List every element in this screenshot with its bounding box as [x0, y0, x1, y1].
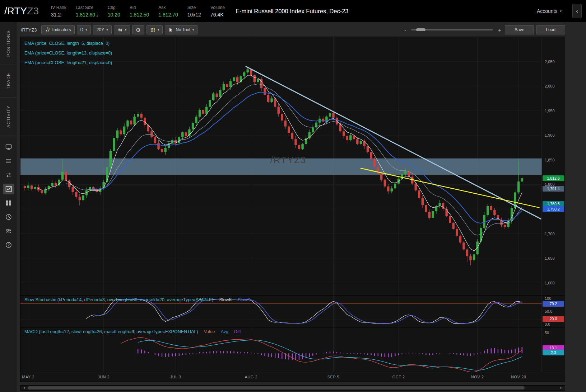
chg-value: 10.20: [108, 12, 120, 18]
scroll-right-icon[interactable]: ►: [559, 386, 564, 389]
chart-settings-button[interactable]: ⚙: [132, 25, 144, 34]
iv-rank-value: 31.2: [51, 12, 61, 18]
sidebar-item-watchlist[interactable]: [3, 156, 14, 166]
pattern-grid-icon: [150, 27, 155, 33]
chart-type-dropdown[interactable]: ▾: [114, 25, 130, 34]
zoom-slider[interactable]: [411, 29, 493, 30]
ask-value: 1,812.70: [158, 12, 178, 18]
svg-text:NOV 20: NOV 20: [511, 375, 526, 379]
sidebar-item-grid[interactable]: [3, 198, 14, 208]
ema21-study-label[interactable]: EMA (price=CLOSE, length=21, displace=0): [24, 58, 112, 68]
sidebar-item-history[interactable]: [3, 212, 14, 222]
iv-rank-label: IV Rank: [51, 5, 66, 10]
stochastic-study-labels: Slow Stochastic (kPeriod=14, dPeriod=3, …: [24, 297, 251, 302]
collapse-right-panel-button[interactable]: ‹: [572, 4, 582, 18]
svg-text:JUL 3: JUL 3: [170, 375, 181, 379]
sidebar-item-monitor[interactable]: [3, 142, 14, 152]
chevron-down-icon: ▾: [158, 28, 159, 32]
size-label: Size: [187, 5, 196, 10]
ema13-study-label[interactable]: EMA (price=CLOSE, length=13, displace=0): [24, 48, 112, 58]
stochastic-study-label[interactable]: Slow Stochastic (kPeriod=14, dPeriod=3, …: [24, 297, 213, 302]
macd-study-label[interactable]: MACD (fastLength=12, slowLength=26, macd…: [24, 329, 198, 334]
svg-text:2,000: 2,000: [545, 84, 555, 88]
quote-field-chg: Chg 10.20: [108, 5, 120, 18]
flask-icon: [45, 27, 50, 33]
svg-text:OCT 2: OCT 2: [392, 375, 405, 379]
last-size-label: Last Size: [76, 5, 93, 10]
svg-text:0.0: 0.0: [545, 322, 550, 326]
contract-description: E-mini Russell 2000 Index Futures, Dec-2…: [236, 8, 349, 15]
indicators-button[interactable]: Indicators: [41, 25, 75, 34]
svg-text:JUN 2: JUN 2: [98, 375, 110, 379]
svg-text:1,750.2: 1,750.2: [547, 207, 559, 211]
macd-diff-series-label: Diff: [234, 329, 241, 334]
svg-text:50.0: 50.0: [545, 309, 552, 313]
quote-field-ask: Ask 1,812.70: [158, 5, 178, 18]
range-dropdown[interactable]: 20Y ▾: [93, 25, 112, 34]
save-button[interactable]: Save: [505, 25, 534, 34]
ask-label: Ask: [158, 5, 166, 10]
svg-text:NOV 2: NOV 2: [471, 375, 484, 379]
svg-text:79.2: 79.2: [550, 302, 557, 306]
sidebar-tab-trade[interactable]: TRADE: [0, 65, 17, 98]
size-value: 10x12: [187, 12, 201, 18]
candlestick-type-icon: [117, 27, 123, 33]
svg-text:1,760.5: 1,760.5: [547, 202, 559, 206]
sidebar-item-transfers[interactable]: [3, 170, 14, 180]
quote-field-bid: Bid 1,812.50: [130, 5, 149, 18]
chevron-down-icon: ▾: [85, 28, 87, 32]
sidebar-item-help[interactable]: ?: [3, 240, 14, 250]
macd-value-series-label: Value: [204, 329, 215, 334]
sidebar-item-charts[interactable]: [3, 184, 14, 194]
quote-field-volume: Volume 76.4K: [210, 5, 225, 18]
quote-field-last-size: Last Size 1,812.602: [76, 5, 98, 18]
chart-toolbar: /RTYZ3 Indicators D ▾ 20Y ▾ ▾: [20, 24, 565, 35]
svg-text:50: 50: [545, 331, 549, 335]
sidebar-tab-positions[interactable]: POSITIONS: [0, 22, 17, 65]
time-axis-canvas: MAY 2JUN 2JUL 3AUG 2SEP 5OCT 2NOV 2NOV 2…: [20, 372, 565, 382]
price-pane[interactable]: 2,0502,0001,9501,9001,8501,8001,7501,700…: [20, 37, 565, 296]
stochastic-pane[interactable]: 10050.00.079.220.0 Slow Stochastic (kPer…: [20, 296, 565, 327]
quote-header: /RTYZ3 IV Rank 31.2 Last Size 1,812.602 …: [0, 0, 586, 22]
svg-text:1,850: 1,850: [545, 158, 555, 162]
scrollbar-thumb[interactable]: [28, 386, 525, 389]
symbol-title: /RTYZ3: [4, 5, 39, 17]
pattern-dropdown[interactable]: ▾: [146, 25, 163, 34]
quote-field-size: Size 10x12: [187, 5, 201, 18]
svg-text:1,700: 1,700: [545, 232, 555, 236]
chart-scrollbar[interactable]: ◄ ►: [20, 385, 565, 391]
svg-text:1,600: 1,600: [545, 281, 555, 285]
zoom-slider-handle[interactable]: [416, 28, 425, 31]
accounts-menu[interactable]: Accounts ▾: [537, 8, 562, 14]
grid-icon: [5, 199, 12, 207]
range-value: 20Y: [97, 27, 104, 32]
slowd-series-label: SlowD: [238, 297, 251, 302]
left-sidebar: POSITIONS TRADE ACTIVITY: [0, 22, 17, 392]
community-icon: [5, 227, 12, 235]
bid-label: Bid: [130, 5, 136, 10]
sidebar-item-community[interactable]: [3, 226, 14, 236]
zoom-out-button[interactable]: -: [403, 27, 408, 33]
load-button[interactable]: Load: [536, 25, 565, 34]
ema5-study-label[interactable]: EMA (price=CLOSE, length=5, displace=0): [24, 39, 112, 48]
chart-icon: [5, 185, 12, 193]
transfer-icon: [5, 171, 12, 179]
chart-area: 2,0502,0001,9501,9001,8501,8001,7501,700…: [20, 37, 565, 382]
sidebar-tab-activity[interactable]: ACTIVITY: [0, 98, 17, 136]
cursor-icon: [168, 27, 173, 32]
macd-pane[interactable]: 5013.12.3 MACD (fastLength=12, slowLengt…: [20, 327, 565, 372]
chevron-down-icon: ▾: [125, 28, 127, 32]
svg-text:?: ?: [8, 243, 10, 247]
drawing-tool-dropdown[interactable]: No Tool ▾: [165, 25, 197, 34]
sidebar-icon-rail: ?: [3, 142, 14, 250]
watchlist-icon: [5, 157, 12, 165]
monitor-icon: [5, 143, 12, 151]
scroll-left-icon[interactable]: ◄: [22, 386, 27, 389]
chart-module: /RTYZ3 Indicators D ▾ 20Y ▾ ▾: [17, 22, 586, 392]
indicators-button-label: Indicators: [52, 27, 71, 32]
timeframe-dropdown[interactable]: D ▾: [77, 25, 91, 34]
price-pane-canvas[interactable]: 2,0502,0001,9501,9001,8501,8001,7501,700…: [20, 37, 565, 295]
bid-value: 1,812.50: [130, 12, 149, 18]
svg-text:1,900: 1,900: [545, 133, 555, 137]
zoom-in-button[interactable]: +: [497, 27, 503, 33]
